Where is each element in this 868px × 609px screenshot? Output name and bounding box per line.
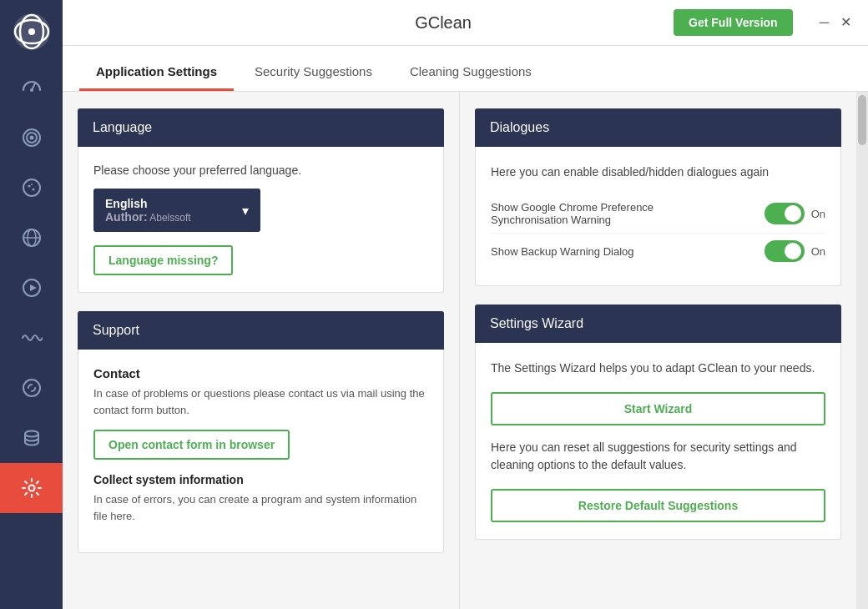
svg-point-4 [30, 88, 33, 92]
author-label: Author: Abelssoft [105, 210, 191, 224]
sidebar-item-globe[interactable] [0, 213, 63, 263]
language-card: Please choose your preferred language. E… [78, 147, 444, 293]
dialogues-card: Here you can enable disabled/hidden dial… [475, 147, 841, 286]
wizard-section-header: Settings Wizard [475, 304, 841, 343]
sidebar-item-sync[interactable] [0, 363, 63, 413]
selected-language: English [105, 197, 191, 210]
start-wizard-button[interactable]: Start Wizard [491, 392, 825, 425]
collect-title: Collect system information [93, 473, 428, 486]
toggle-chrome-label: Show Google Chrome Preference Synchronis… [491, 201, 765, 226]
svg-point-7 [29, 136, 33, 140]
dialogues-section-header: Dialogues [475, 108, 841, 147]
open-contact-form-button[interactable]: Open contact form in browser [93, 430, 290, 460]
dialogues-section: Dialogues Here you can enable disabled/h… [475, 108, 841, 286]
svg-point-10 [32, 189, 34, 191]
svg-point-9 [28, 185, 30, 188]
tab-application-settings[interactable]: Application Settings [79, 54, 234, 91]
get-full-version-button[interactable]: Get Full Version [674, 9, 793, 36]
support-section: Support Contact In case of problems or q… [78, 311, 444, 553]
content-area: Language Please choose your preferred la… [63, 92, 868, 609]
toggle-row-chrome: Show Google Chrome Preference Synchronis… [491, 194, 825, 234]
svg-marker-16 [30, 284, 37, 291]
support-card: Contact In case of problems or questions… [78, 350, 444, 553]
toggle-chrome-state: On [811, 208, 825, 220]
left-panel: Language Please choose your preferred la… [63, 92, 459, 609]
tab-bar: Application Settings Security Suggestion… [63, 46, 868, 92]
wizard-description-2: Here you can reset all suggestions for s… [491, 439, 825, 474]
dialogues-description: Here you can enable disabled/hidden dial… [491, 164, 825, 181]
sidebar-item-wave[interactable] [0, 313, 63, 363]
toggle-backup-state: On [811, 245, 825, 258]
language-missing-button[interactable]: Language missing? [93, 245, 233, 275]
sidebar-logo[interactable] [0, 0, 63, 63]
wizard-description-1: The Settings Wizard helps you to adapt G… [491, 360, 825, 377]
toggle-backup-label: Show Backup Warning Dialog [491, 245, 765, 258]
svg-point-3 [28, 28, 35, 35]
app-title: GClean [213, 13, 674, 33]
toggle-backup-switch[interactable] [765, 240, 805, 262]
svg-point-19 [28, 486, 34, 491]
contact-title: Contact [93, 366, 428, 380]
scrollbar[interactable] [856, 92, 868, 609]
tab-security-suggestions[interactable]: Security Suggestions [238, 54, 389, 91]
sidebar-item-settings[interactable] [0, 463, 63, 513]
right-panel: Dialogues Here you can enable disabled/h… [459, 92, 856, 609]
wizard-card: The Settings Wizard helps you to adapt G… [475, 343, 841, 540]
wizard-section: Settings Wizard The Settings Wizard help… [475, 304, 841, 540]
svg-point-8 [23, 179, 40, 196]
svg-point-11 [31, 184, 33, 185]
dropdown-arrow-icon: ▾ [242, 203, 249, 219]
language-description: Please choose your preferred language. [93, 164, 428, 177]
window-controls: ─ ✕ [820, 16, 851, 29]
sidebar [0, 0, 63, 609]
language-section: Language Please choose your preferred la… [78, 108, 444, 293]
toggle-chrome-switch[interactable] [765, 203, 805, 224]
language-dropdown[interactable]: English Author: Abelssoft ▾ [93, 189, 260, 232]
contact-description: In case of problems or questions please … [93, 385, 428, 418]
language-section-header: Language [78, 108, 444, 147]
sidebar-item-cookies[interactable] [0, 163, 63, 213]
sidebar-item-play[interactable] [0, 263, 63, 313]
support-section-header: Support [78, 311, 444, 350]
titlebar: GClean Get Full Version ─ ✕ [63, 0, 868, 46]
main-window: GClean Get Full Version ─ ✕ Application … [63, 0, 868, 609]
collect-description: In case of errors, you can create a prog… [93, 491, 428, 524]
toggle-row-backup: Show Backup Warning Dialog On [491, 234, 825, 269]
close-button[interactable]: ✕ [840, 16, 851, 29]
scrollbar-thumb[interactable] [858, 95, 866, 145]
restore-default-suggestions-button[interactable]: Restore Default Suggestions [491, 489, 825, 522]
sidebar-item-speedometer[interactable] [0, 63, 63, 113]
sidebar-item-database[interactable] [0, 413, 63, 463]
sidebar-item-target[interactable] [0, 113, 63, 163]
tab-cleaning-suggestions[interactable]: Cleaning Suggestions [393, 54, 548, 91]
svg-point-17 [23, 380, 40, 396]
svg-point-18 [25, 431, 38, 437]
minimize-button[interactable]: ─ [820, 16, 829, 29]
